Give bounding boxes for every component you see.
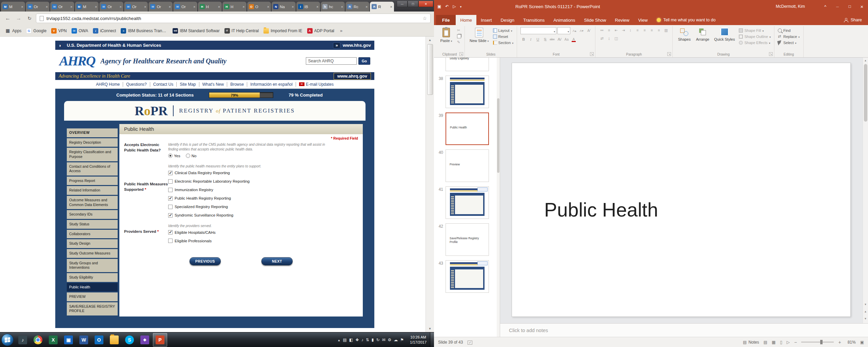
checkbox[interactable] — [168, 230, 173, 234]
taskbar-app-button[interactable] — [31, 333, 45, 347]
slide-thumbnail[interactable]: Preview — [446, 149, 489, 182]
checkbox[interactable] — [168, 188, 173, 192]
paste-button[interactable]: Paste — [438, 27, 454, 44]
zoom-out-button[interactable] — [794, 340, 797, 345]
sidebar-item[interactable]: Study Eligibility — [67, 273, 118, 282]
strikethrough-icon[interactable] — [549, 36, 555, 42]
copy-button[interactable] — [457, 34, 461, 38]
tab-close-icon[interactable] — [292, 5, 294, 9]
tray-icon[interactable] — [337, 338, 340, 342]
shape-fill-button[interactable]: Shape Fill — [739, 28, 771, 33]
taskbar-app-button[interactable] — [46, 333, 60, 347]
scroll-down-icon[interactable] — [426, 325, 434, 332]
justify-icon[interactable] — [656, 27, 662, 33]
share-button[interactable]: Share — [840, 15, 866, 25]
quick-styles-button[interactable]: Quick Styles — [713, 27, 736, 42]
sidebar-item[interactable]: Contact and Conditions of Access — [67, 162, 118, 176]
browser-tab[interactable]: Or — [26, 2, 50, 12]
bookmark-star-icon[interactable] — [422, 16, 427, 21]
next-button[interactable]: NEXT — [261, 257, 293, 265]
sidebar-item[interactable]: PREVIEW — [67, 292, 118, 301]
checkbox-option[interactable]: Syndromic Surveillance Reporting — [168, 213, 358, 218]
taskbar-clock[interactable]: 10:26 AM 1/17/2017 — [407, 335, 430, 345]
ppt-minimize-icon[interactable] — [831, 0, 844, 13]
sidebar-item[interactable]: Progress Report — [67, 177, 118, 185]
sidebar-item[interactable]: Related Information — [67, 186, 118, 195]
checkbox[interactable] — [168, 171, 173, 175]
bullets-icon[interactable] — [599, 27, 605, 33]
checkbox-option[interactable]: Specialized Registry Reporting — [168, 205, 358, 209]
tab-close-icon[interactable] — [390, 5, 392, 9]
font-name-combobox[interactable] — [520, 27, 556, 34]
browser-tab[interactable]: Or — [173, 2, 197, 12]
change-case-icon[interactable] — [564, 36, 570, 42]
tray-icon[interactable] — [394, 338, 398, 342]
forward-icon[interactable] — [14, 14, 23, 23]
tab-close-icon[interactable] — [366, 5, 368, 9]
sidebar-item[interactable]: Registry Classification and Purpose — [67, 148, 118, 161]
italic-icon[interactable] — [528, 36, 534, 42]
text-shadow-icon[interactable] — [542, 36, 548, 42]
reading-view-button[interactable] — [780, 340, 782, 345]
thumbnail-scrollbar-thumb[interactable] — [497, 98, 499, 173]
slide-title-text[interactable]: Public Health — [544, 199, 658, 221]
tab-close-icon[interactable] — [193, 5, 195, 9]
format-painter-icon[interactable] — [457, 40, 461, 44]
hhs-gov-link[interactable]: www.hhs.gov — [333, 42, 371, 48]
checkbox[interactable] — [168, 179, 173, 184]
tab-close-icon[interactable] — [21, 5, 23, 9]
tab-close-icon[interactable] — [119, 5, 121, 9]
shape-effects-button[interactable]: Shape Effects — [739, 41, 771, 45]
tab-close-icon[interactable] — [144, 5, 146, 9]
bookmark-item[interactable]: OWA — [69, 27, 91, 35]
address-bar[interactable]: trvlapp1552.cxda.medstat.com/rrs/publich… — [36, 14, 431, 23]
next-slide-button[interactable] — [864, 317, 867, 322]
radio-option[interactable]: No — [186, 154, 197, 158]
bookmark-item[interactable]: IT Help Central — [222, 27, 261, 35]
ribbon-tab[interactable]: Design — [496, 15, 519, 25]
slide-scrollbar-thumb[interactable] — [864, 64, 867, 122]
cut-icon[interactable] — [457, 28, 461, 32]
browser-tab[interactable]: Rc — [346, 2, 370, 12]
bold-icon[interactable] — [520, 36, 527, 42]
radio-button[interactable] — [186, 154, 190, 158]
browser-tab[interactable]: Or — [99, 2, 123, 12]
notes-pane[interactable]: Click to add notes — [500, 323, 868, 337]
taskbar-app-button[interactable] — [61, 333, 76, 347]
columns-icon[interactable] — [663, 27, 669, 33]
scroll-up-icon[interactable] — [865, 59, 866, 63]
scrollbar-thumb[interactable] — [427, 44, 433, 95]
decrease-indent-icon[interactable] — [613, 27, 619, 33]
ribbon-tab[interactable]: Home — [456, 15, 476, 25]
zoom-percentage[interactable]: 81% — [846, 340, 856, 345]
tray-icon[interactable] — [343, 338, 347, 342]
replace-button[interactable]: Replace — [778, 35, 800, 39]
font-color-icon[interactable] — [571, 36, 577, 42]
browser-tab[interactable]: O — [247, 2, 271, 12]
bookmark-item[interactable]: Google — [24, 27, 49, 35]
tab-close-icon[interactable] — [70, 5, 72, 9]
sidebar-item[interactable]: Registry Description — [67, 138, 118, 147]
site-nav-link[interactable]: Questions? — [123, 82, 150, 87]
slide-scrollbar[interactable] — [863, 58, 868, 323]
convert-to-smartart-icon[interactable] — [613, 35, 619, 41]
shrink-font-icon[interactable] — [578, 28, 585, 34]
start-slideshow-icon[interactable] — [453, 4, 456, 9]
ribbon-tab[interactable]: Insert — [476, 15, 496, 25]
tab-close-icon[interactable] — [316, 5, 318, 9]
zoom-slider-thumb[interactable] — [820, 340, 823, 344]
ribbon-tab[interactable]: Transitions — [519, 15, 549, 25]
taskbar-app-button[interactable] — [138, 333, 152, 347]
tell-me-box[interactable]: Tell me what you want to do — [652, 15, 720, 25]
slide-sorter-view-button[interactable] — [772, 340, 775, 345]
font-dialog-launcher-icon[interactable] — [590, 52, 594, 56]
find-button[interactable]: Find — [778, 28, 800, 33]
layout-button[interactable]: Layout — [493, 28, 514, 33]
fit-slide-to-window-button[interactable] — [860, 340, 864, 345]
checkbox[interactable] — [168, 205, 173, 209]
browser-tab[interactable]: M — [75, 2, 99, 12]
tab-close-icon[interactable] — [46, 5, 48, 9]
sidebar-item[interactable]: Public Health — [67, 283, 118, 292]
bookmark-item[interactable]: ADP Portal — [305, 27, 337, 35]
browser-tab[interactable]: H — [222, 2, 246, 12]
